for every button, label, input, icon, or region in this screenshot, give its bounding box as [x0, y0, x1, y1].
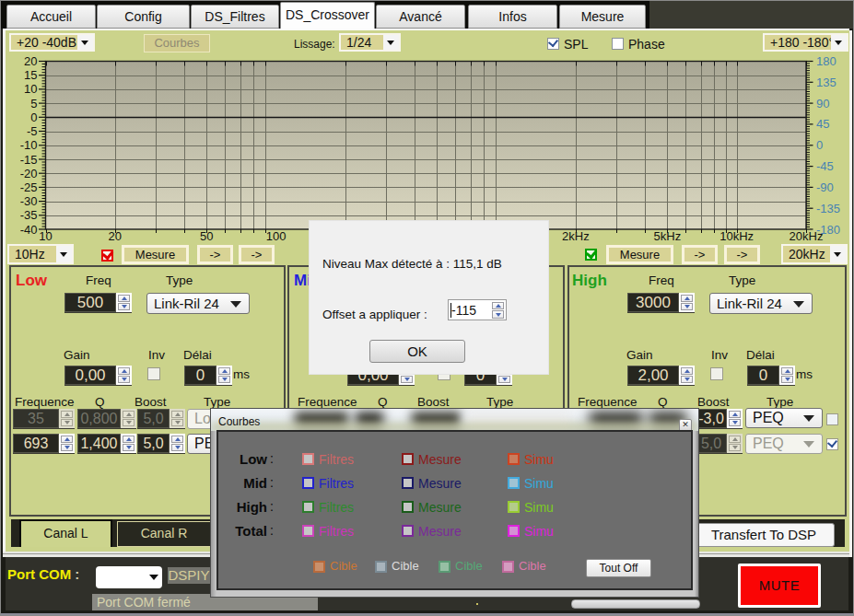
svg-text:2kHz: 2kHz [562, 229, 590, 243]
svg-text:15: 15 [24, 68, 37, 82]
svg-text:180: 180 [816, 54, 836, 68]
svg-text:-35: -35 [20, 208, 38, 222]
svg-text:5kHz: 5kHz [654, 229, 682, 243]
svg-text:20kHz: 20kHz [790, 229, 824, 243]
svg-text:0: 0 [30, 110, 37, 124]
svg-text:50: 50 [200, 229, 213, 243]
svg-text:90: 90 [816, 97, 829, 110]
svg-text:-20: -20 [20, 167, 38, 180]
svg-text:10: 10 [39, 229, 52, 243]
svg-text:-15: -15 [20, 153, 38, 167]
svg-text:20: 20 [24, 54, 37, 68]
svg-text:-10: -10 [20, 138, 38, 152]
svg-text:20: 20 [109, 229, 122, 243]
svg-text:0: 0 [816, 138, 823, 152]
svg-text:-30: -30 [20, 194, 38, 208]
svg-text:-25: -25 [20, 180, 38, 194]
svg-text:10: 10 [24, 82, 37, 96]
svg-text:-40: -40 [20, 223, 38, 237]
svg-text:100: 100 [266, 229, 287, 243]
svg-text:10kHz: 10kHz [719, 229, 754, 243]
svg-text:-45: -45 [816, 159, 834, 173]
svg-text:5: 5 [30, 97, 37, 110]
svg-text:-5: -5 [27, 124, 38, 138]
svg-text:-135: -135 [816, 202, 840, 215]
svg-text:-90: -90 [816, 180, 834, 194]
svg-text:135: 135 [816, 76, 836, 89]
svg-text:45: 45 [816, 117, 829, 131]
